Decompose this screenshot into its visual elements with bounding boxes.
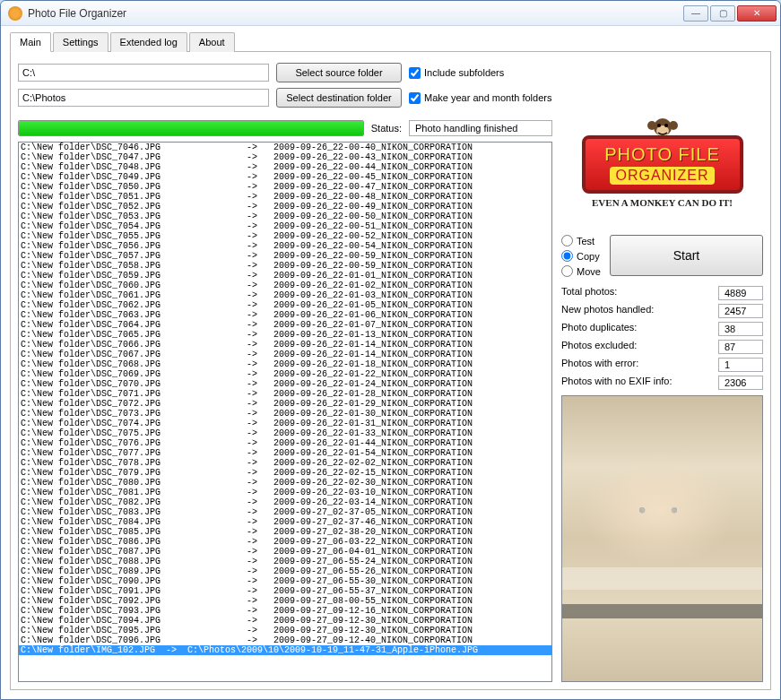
log-line[interactable]: C:\New folder\DSC_7067.JPG -> 2009-09-26…: [19, 350, 551, 359]
log-line[interactable]: C:\New folder\DSC_7072.JPG -> 2009-09-26…: [19, 399, 551, 409]
source-path-input[interactable]: [18, 64, 269, 82]
log-line[interactable]: C:\New folder\DSC_7093.JPG -> 2009-09-27…: [19, 606, 551, 616]
log-line[interactable]: C:\New folder\DSC_7054.JPG -> 2009-09-26…: [19, 221, 551, 231]
log-line[interactable]: C:\New folder\DSC_7047.JPG -> 2009-09-26…: [19, 152, 551, 162]
progress-bar: [18, 120, 364, 136]
stat-err-label: Photos with error:: [561, 358, 709, 372]
svg-point-4: [657, 124, 661, 127]
app-icon: [8, 6, 22, 21]
stat-total-value: 4889: [718, 286, 763, 300]
log-line[interactable]: C:\New folder\DSC_7073.JPG -> 2009-09-26…: [19, 409, 551, 419]
stat-excl-value: 87: [718, 340, 763, 354]
log-line[interactable]: C:\New folder\DSC_7081.JPG -> 2009-09-26…: [19, 488, 551, 497]
log-line[interactable]: C:\New folder\DSC_7084.JPG -> 2009-09-27…: [19, 517, 551, 527]
select-dest-button[interactable]: Select destination folder: [276, 88, 402, 108]
mode-radio-copy[interactable]: Copy: [561, 250, 601, 262]
log-listbox[interactable]: C:\New folder\DSC_7046.JPG -> 2009-09-26…: [18, 142, 552, 682]
log-line[interactable]: C:\New folder\DSC_7063.JPG -> 2009-09-26…: [19, 310, 551, 320]
log-line[interactable]: C:\New folder\DSC_7048.JPG -> 2009-09-26…: [19, 162, 551, 172]
svg-point-1: [647, 121, 656, 130]
log-line-selected[interactable]: C:\New folder\IMG_102.JPG -> C:\Photos\2…: [19, 645, 551, 655]
log-line[interactable]: C:\New folder\DSC_7061.JPG -> 2009-09-26…: [19, 290, 551, 300]
log-line[interactable]: C:\New folder\DSC_7088.JPG -> 2009-09-27…: [19, 557, 551, 566]
tab-settings[interactable]: Settings: [53, 32, 108, 52]
minimize-button[interactable]: —: [683, 5, 708, 22]
log-line[interactable]: C:\New folder\DSC_7089.JPG -> 2009-09-27…: [19, 566, 551, 576]
log-line[interactable]: C:\New folder\DSC_7075.JPG -> 2009-09-26…: [19, 428, 551, 438]
tabs: MainSettingsExtended logAbout: [10, 31, 771, 52]
log-line[interactable]: C:\New folder\DSC_7087.JPG -> 2009-09-27…: [19, 547, 551, 557]
log-line[interactable]: C:\New folder\DSC_7094.JPG -> 2009-09-27…: [19, 616, 551, 626]
log-line[interactable]: C:\New folder\DSC_7064.JPG -> 2009-09-26…: [19, 320, 551, 330]
log-line[interactable]: C:\New folder\DSC_7091.JPG -> 2009-09-27…: [19, 586, 551, 596]
svg-point-2: [669, 121, 678, 130]
select-source-button[interactable]: Select source folder: [276, 63, 402, 82]
log-line[interactable]: C:\New folder\DSC_7070.JPG -> 2009-09-26…: [19, 379, 551, 389]
log-line[interactable]: C:\New folder\DSC_7076.JPG -> 2009-09-26…: [19, 438, 551, 448]
stat-total-label: Total photos:: [561, 286, 709, 300]
log-line[interactable]: C:\New folder\DSC_7066.JPG -> 2009-09-26…: [19, 340, 551, 350]
stat-new-value: 2457: [718, 304, 763, 318]
mode-radios: TestCopyMove: [561, 235, 601, 277]
stats-panel: Total photos: 4889 New photos handled: 2…: [561, 286, 763, 390]
log-line[interactable]: C:\New folder\DSC_7082.JPG -> 2009-09-26…: [19, 497, 551, 507]
svg-point-5: [664, 124, 668, 127]
stat-err-value: 1: [718, 358, 763, 372]
log-line[interactable]: C:\New folder\DSC_7065.JPG -> 2009-09-26…: [19, 330, 551, 340]
log-line[interactable]: C:\New folder\DSC_7086.JPG -> 2009-09-27…: [19, 537, 551, 547]
log-line[interactable]: C:\New folder\DSC_7060.JPG -> 2009-09-26…: [19, 281, 551, 290]
status-value: Photo handling finished: [409, 120, 552, 136]
close-button[interactable]: ✕: [737, 5, 777, 22]
log-line[interactable]: C:\New folder\DSC_7069.JPG -> 2009-09-26…: [19, 369, 551, 379]
stat-noexif-label: Photos with no EXIF info:: [561, 376, 709, 390]
tab-main[interactable]: Main: [10, 32, 51, 52]
log-line[interactable]: C:\New folder\DSC_7083.JPG -> 2009-09-27…: [19, 507, 551, 517]
photo-preview: [561, 395, 763, 682]
log-line[interactable]: C:\New folder\DSC_7090.JPG -> 2009-09-27…: [19, 576, 551, 586]
log-line[interactable]: C:\New folder\DSC_7092.JPG -> 2009-09-27…: [19, 596, 551, 606]
log-line[interactable]: C:\New folder\DSC_7074.JPG -> 2009-09-26…: [19, 419, 551, 428]
log-line[interactable]: C:\New folder\DSC_7062.JPG -> 2009-09-26…: [19, 300, 551, 310]
log-line[interactable]: C:\New folder\DSC_7085.JPG -> 2009-09-27…: [19, 527, 551, 537]
log-line[interactable]: C:\New folder\DSC_7059.JPG -> 2009-09-26…: [19, 271, 551, 281]
log-line[interactable]: C:\New folder\DSC_7057.JPG -> 2009-09-26…: [19, 251, 551, 261]
titlebar[interactable]: Photo File Organizer — ▢ ✕: [1, 1, 780, 26]
stat-noexif-value: 2306: [718, 376, 763, 390]
log-line[interactable]: C:\New folder\DSC_7055.JPG -> 2009-09-26…: [19, 231, 551, 241]
tab-about[interactable]: About: [189, 32, 235, 52]
log-line[interactable]: C:\New folder\DSC_7053.JPG -> 2009-09-26…: [19, 212, 551, 221]
log-line[interactable]: C:\New folder\DSC_7077.JPG -> 2009-09-26…: [19, 448, 551, 458]
log-line[interactable]: C:\New folder\DSC_7068.JPG -> 2009-09-26…: [19, 359, 551, 369]
app-window: Photo File Organizer — ▢ ✕ MainSettingsE…: [0, 0, 781, 700]
log-line[interactable]: C:\New folder\DSC_7095.JPG -> 2009-09-27…: [19, 626, 551, 635]
include-subfolders-checkbox[interactable]: Include subfolders: [409, 67, 504, 79]
stat-dup-value: 38: [718, 322, 763, 336]
mode-radio-test[interactable]: Test: [561, 235, 601, 246]
log-line[interactable]: C:\New folder\DSC_7056.JPG -> 2009-09-26…: [19, 241, 551, 251]
make-year-month-checkbox[interactable]: Make year and month folders: [409, 92, 551, 104]
stat-excl-label: Photos excluded:: [561, 340, 709, 354]
maximize-button[interactable]: ▢: [710, 5, 735, 22]
log-line[interactable]: C:\New folder\DSC_7079.JPG -> 2009-09-26…: [19, 468, 551, 478]
log-line[interactable]: C:\New folder\DSC_7071.JPG -> 2009-09-26…: [19, 389, 551, 399]
window-title: Photo File Organizer: [28, 7, 681, 20]
log-line[interactable]: C:\New folder\DSC_7080.JPG -> 2009-09-26…: [19, 478, 551, 488]
log-line[interactable]: C:\New folder\DSC_7052.JPG -> 2009-09-26…: [19, 202, 551, 212]
log-line[interactable]: C:\New folder\DSC_7050.JPG -> 2009-09-26…: [19, 182, 551, 192]
log-line[interactable]: C:\New folder\DSC_7051.JPG -> 2009-09-26…: [19, 192, 551, 202]
tab-extended-log[interactable]: Extended log: [110, 32, 187, 52]
status-label: Status:: [371, 123, 402, 134]
stat-new-label: New photos handled:: [561, 304, 709, 318]
log-line[interactable]: C:\New folder\DSC_7078.JPG -> 2009-09-26…: [19, 458, 551, 468]
app-logo: PHOTO FILE ORGANIZER EVEN A MONKEY CAN D…: [561, 113, 763, 229]
log-line[interactable]: C:\New folder\DSC_7096.JPG -> 2009-09-27…: [19, 635, 551, 645]
stat-dup-label: Photo duplicates:: [561, 322, 709, 336]
log-line[interactable]: C:\New folder\DSC_7046.JPG -> 2009-09-26…: [19, 143, 551, 152]
mode-radio-move[interactable]: Move: [561, 265, 601, 277]
dest-path-input[interactable]: [18, 89, 269, 107]
log-line[interactable]: C:\New folder\DSC_7049.JPG -> 2009-09-26…: [19, 172, 551, 182]
start-button[interactable]: Start: [610, 235, 763, 276]
log-line[interactable]: C:\New folder\DSC_7058.JPG -> 2009-09-26…: [19, 261, 551, 271]
